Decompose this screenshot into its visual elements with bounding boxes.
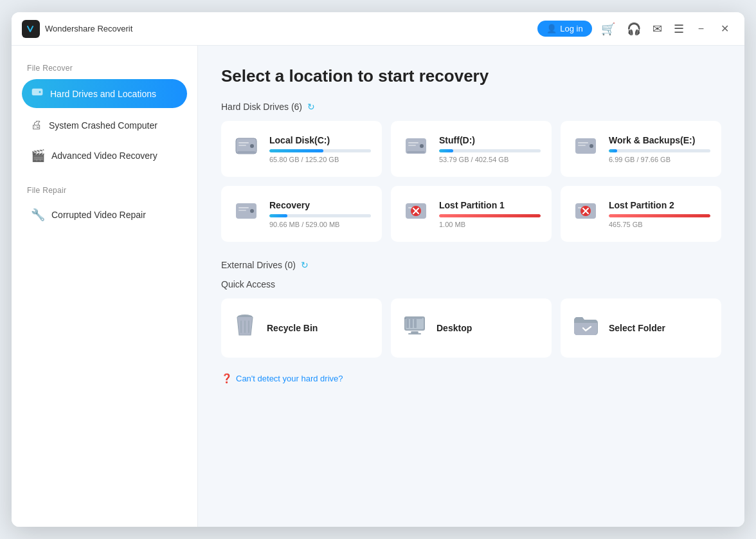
qa-card-desktop[interactable]: Desktop [391,298,552,358]
drive-card-lost2[interactable]: Lost Partition 2 465.75 GB [561,186,721,242]
drive-name-lost2: Lost Partition 2 [609,200,710,210]
detect-hard-drive-link[interactable]: Can't detect your hard drive? [236,374,343,383]
svg-rect-9 [237,151,255,153]
minimize-button[interactable]: − [693,21,709,37]
file-recover-label: File Recover [22,59,187,75]
close-button[interactable]: ✕ [716,20,734,37]
progress-fill-c [269,149,323,152]
title-bar-right: 👤 Log in 🛒 🎧 ✉ ☰ − ✕ [537,19,734,39]
headset-button[interactable]: 🎧 [624,19,644,39]
drive-card-c[interactable]: Local Disk(C:) 65.80 GB / 125.20 GB [221,121,382,177]
hard-drives-icon [31,86,44,102]
drive-icon-c [232,132,260,166]
file-repair-label: File Repair [22,181,187,197]
drive-size-lost1: 1.00 MB [439,221,541,228]
svg-rect-32 [404,318,422,319]
svg-rect-14 [407,151,425,153]
hard-disk-refresh-icon[interactable]: ↻ [307,102,315,112]
drive-card-lost1[interactable]: Lost Partition 1 1.00 MB [391,186,552,242]
drive-info-c: Local Disk(C:) 65.80 GB / 125.20 GB [269,135,371,163]
content-area: Select a location to start recovery Hard… [198,46,744,527]
svg-rect-33 [406,319,409,328]
progress-fill-d [439,149,453,152]
drive-icon-recovery [232,197,260,231]
drive-icon-d [402,132,430,166]
svg-rect-7 [239,145,246,146]
svg-rect-17 [578,145,586,146]
drive-size-lost2: 465.75 GB [609,221,710,228]
svg-point-3 [39,91,41,93]
drive-name-recovery: Recovery [269,200,371,210]
sidebar-item-advanced-video[interactable]: 🎬 Advanced Video Recovery [22,142,187,169]
progress-fill-e [609,149,617,152]
drive-card-e[interactable]: Work & Backups(E:) 6.99 GB / 97.66 GB [561,121,721,177]
app-logo [22,20,40,38]
drive-name-d: Stuff(D:) [439,135,541,145]
drives-grid: Local Disk(C:) 65.80 GB / 125.20 GB [221,121,721,242]
menu-button[interactable]: ☰ [671,19,687,39]
main-layout: File Recover Hard Drives and Locations 🖨… [12,46,744,527]
app-window: Wondershare Recoverit 👤 Log in 🛒 🎧 ✉ ☰ −… [12,12,744,527]
corrupted-video-label: Corrupted Video Repair [51,210,146,220]
desktop-label: Desktop [437,323,472,333]
drive-size-c: 65.80 GB / 125.20 GB [269,156,371,163]
drive-info-lost1: Lost Partition 1 1.00 MB [439,200,541,228]
login-button[interactable]: 👤 Log in [537,21,591,37]
select-folder-label: Select Folder [609,323,665,333]
sidebar-item-system-crashed[interactable]: 🖨 System Crashed Computer [22,112,187,138]
footer-link-container: ❓ Can't detect your hard drive? [221,373,721,383]
progress-fill-lost1 [439,214,541,217]
progress-bg-lost2 [609,214,710,217]
hard-disk-section-label: Hard Disk Drives (6) [221,102,302,112]
svg-rect-37 [408,333,421,334]
qa-card-select-folder[interactable]: Select Folder [561,298,721,358]
svg-point-13 [420,144,424,148]
cart-button[interactable]: 🛒 [598,19,618,39]
drive-card-d[interactable]: Stuff(D:) 53.79 GB / 402.54 GB [391,121,552,177]
quick-access-section-header: Quick Access [221,279,721,289]
drive-info-d: Stuff(D:) 53.79 GB / 402.54 GB [439,135,541,163]
corrupted-video-icon: 🔧 [31,208,45,222]
progress-bg-recovery [269,214,371,217]
drive-icon-e [572,132,600,166]
system-crashed-icon: 🖨 [31,118,42,132]
svg-rect-12 [408,145,416,146]
page-title: Select a location to start recovery [221,66,721,86]
qa-card-recycle-bin[interactable]: Recycle Bin [221,298,382,358]
select-folder-icon [572,313,600,343]
sidebar-item-hard-drives[interactable]: Hard Drives and Locations [22,79,187,108]
title-bar-left: Wondershare Recoverit [22,20,537,38]
external-drives-refresh-icon[interactable]: ↻ [301,260,309,270]
svg-rect-21 [239,210,246,211]
drive-info-e: Work & Backups(E:) 6.99 GB / 97.66 GB [609,135,710,163]
drive-name-e: Work & Backups(E:) [609,135,710,145]
svg-rect-35 [414,319,417,328]
svg-rect-1 [32,89,42,95]
drive-card-recovery[interactable]: Recovery 90.66 MB / 529.00 MB [221,186,382,242]
svg-point-22 [250,209,254,213]
sidebar-item-corrupted-video[interactable]: 🔧 Corrupted Video Repair [22,201,187,228]
svg-rect-20 [239,207,249,208]
system-crashed-label: System Crashed Computer [49,120,158,131]
help-icon: ❓ [221,373,232,383]
svg-point-18 [590,144,593,148]
svg-rect-36 [411,331,419,333]
svg-rect-34 [410,319,413,328]
hard-disk-section-header: Hard Disk Drives (6) ↻ [221,102,721,112]
drive-size-e: 6.99 GB / 97.66 GB [609,156,710,163]
app-title: Wondershare Recoverit [45,24,132,33]
drive-info-recovery: Recovery 90.66 MB / 529.00 MB [269,200,371,228]
quick-access-grid: Recycle Bin [221,298,721,358]
progress-bg-d [439,149,541,152]
drive-icon-lost1 [402,197,430,231]
svg-rect-16 [578,142,588,143]
mail-button[interactable]: ✉ [650,19,665,39]
hard-drives-label: Hard Drives and Locations [50,89,156,99]
desktop-icon [402,313,428,343]
progress-bg-c [269,149,371,152]
drive-info-lost2: Lost Partition 2 465.75 GB [609,200,710,228]
external-drives-label: External Drives (0) [221,260,296,270]
svg-point-8 [250,144,254,148]
sidebar: File Recover Hard Drives and Locations 🖨… [12,46,198,527]
person-icon: 👤 [546,24,557,33]
